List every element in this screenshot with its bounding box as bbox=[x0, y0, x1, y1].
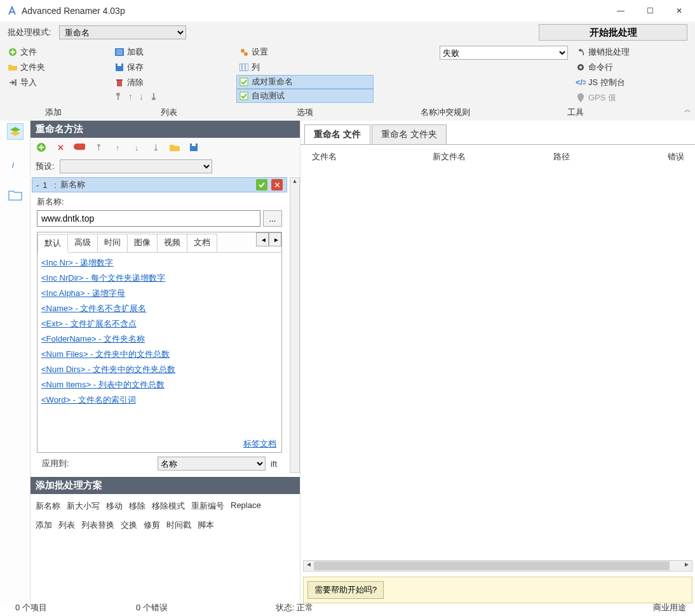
folder-strip-icon[interactable] bbox=[7, 187, 24, 203]
scheme-item[interactable]: 脚本 bbox=[198, 519, 214, 531]
scheme-item[interactable]: 重新编号 bbox=[191, 500, 224, 512]
horizontal-scrollbar[interactable]: ◄► bbox=[303, 560, 692, 572]
layers-icon[interactable] bbox=[7, 123, 24, 140]
arrow-bottom-icon: ⤓ bbox=[150, 91, 158, 102]
method-delete-icon[interactable]: ✕ bbox=[271, 179, 283, 191]
method-save-icon[interactable] bbox=[188, 142, 199, 153]
scheme-item[interactable]: 添加 bbox=[36, 519, 52, 531]
folder-icon bbox=[8, 62, 18, 72]
method-up-icon[interactable]: ↑ bbox=[112, 142, 123, 153]
col-error[interactable]: 错误 bbox=[668, 151, 684, 163]
tag-tab-time[interactable]: 时间 bbox=[97, 234, 128, 252]
app-logo-icon bbox=[6, 5, 18, 17]
method-clear-icon[interactable] bbox=[74, 142, 85, 153]
add-folder-item[interactable]: 文件夹 bbox=[5, 60, 102, 75]
preset-select[interactable] bbox=[60, 159, 212, 173]
load-item[interactable]: 加载 bbox=[112, 44, 226, 60]
arrow-down-icon: ↓ bbox=[139, 91, 144, 102]
method-header[interactable]: - 1 : 新名称 ✕ bbox=[32, 177, 287, 192]
scheme-item[interactable]: 新名称 bbox=[36, 500, 60, 512]
gps-item[interactable]: GPS 值 bbox=[573, 90, 690, 105]
col-newfilename[interactable]: 新文件名 bbox=[433, 151, 553, 163]
fail-action-select[interactable]: 失败 bbox=[440, 46, 568, 60]
scheme-item[interactable]: 交换 bbox=[121, 519, 137, 531]
tag-tab-video[interactable]: 视频 bbox=[157, 234, 187, 252]
col-path[interactable]: 路径 bbox=[553, 151, 668, 163]
tag-link[interactable]: <Name> - 文件名不含扩展名 bbox=[41, 301, 278, 316]
method-down-icon[interactable]: ↓ bbox=[131, 142, 142, 153]
status-bar: 0 个项目 0 个错误 状态: 正常 商业用途 bbox=[0, 601, 695, 615]
save-icon bbox=[114, 62, 125, 72]
location-icon bbox=[576, 93, 586, 103]
tag-tab-default[interactable]: 默认 bbox=[37, 234, 68, 253]
tag-link[interactable]: <Word> - 文件名的索引词 bbox=[41, 392, 278, 408]
list-arrows[interactable]: ⤒↑↓⤓ bbox=[112, 90, 226, 102]
tabs-prev-button[interactable]: ◄ bbox=[256, 232, 269, 246]
scheme-item[interactable]: 新大小写 bbox=[67, 500, 100, 512]
cmdline-item[interactable]: 命令行 bbox=[573, 60, 690, 75]
pair-rename-toggle[interactable]: 成对重命名 bbox=[236, 75, 374, 89]
tag-link[interactable]: <Num Files> - 文件夹中的文件总数 bbox=[41, 347, 278, 362]
collapse-ribbon-icon[interactable]: ︽ bbox=[684, 105, 691, 114]
method-remove-icon[interactable]: ✕ bbox=[55, 142, 66, 153]
batch-mode-select[interactable]: 重命名 bbox=[59, 25, 186, 39]
start-batch-button[interactable]: 开始批处理 bbox=[539, 24, 687, 41]
svg-rect-10 bbox=[240, 78, 248, 86]
tag-tab-image[interactable]: 图像 bbox=[127, 234, 158, 252]
method-folder-icon[interactable] bbox=[169, 142, 180, 153]
scheme-item[interactable]: Replace bbox=[231, 500, 261, 512]
method-toolbar: ✕ ⤒ ↑ ↓ ⤓ bbox=[30, 138, 300, 157]
tag-link[interactable]: <Inc NrDir> - 每个文件夹递增数字 bbox=[41, 271, 278, 286]
scheme-item[interactable]: 时间戳 bbox=[166, 519, 191, 531]
svg-rect-19 bbox=[192, 144, 196, 146]
tag-doc-link[interactable]: 标签文档 bbox=[243, 439, 276, 448]
minimize-button[interactable]: ― bbox=[606, 1, 635, 20]
tag-link[interactable]: <Inc Nr> - 递增数字 bbox=[41, 255, 278, 271]
info-icon[interactable]: i bbox=[7, 155, 24, 171]
apply-label: 应用到: bbox=[42, 458, 69, 469]
method-ok-icon[interactable] bbox=[256, 179, 267, 191]
help-start-button[interactable]: 需要帮助开始吗? bbox=[307, 581, 384, 599]
scheme-item[interactable]: 列表 bbox=[58, 519, 75, 531]
check-icon bbox=[239, 77, 249, 87]
new-name-input[interactable] bbox=[37, 210, 260, 227]
tag-link[interactable]: <Num Items> - 列表中的文件总数 bbox=[41, 377, 278, 392]
undo-batch-item[interactable]: 撤销批处理 bbox=[573, 44, 690, 60]
tag-tab-doc[interactable]: 文档 bbox=[187, 234, 217, 252]
clear-item[interactable]: 清除 bbox=[112, 75, 226, 90]
tab-rename-files[interactable]: 重命名 文件 bbox=[304, 124, 370, 145]
columns-item[interactable]: 列 bbox=[236, 60, 374, 75]
method-scrollbar[interactable]: ▲ bbox=[290, 177, 300, 473]
tag-tab-advanced[interactable]: 高级 bbox=[67, 234, 98, 252]
settings-item[interactable]: 设置 bbox=[236, 44, 374, 60]
import-item[interactable]: 导入 bbox=[5, 75, 102, 90]
tag-link[interactable]: <Inc Alpha> - 递增字母 bbox=[41, 286, 278, 301]
tag-link[interactable]: <Num Dirs> - 文件夹中的文件夹总数 bbox=[41, 362, 278, 377]
tag-link[interactable]: <FolderName> - 文件夹名称 bbox=[41, 331, 278, 347]
add-file-item[interactable]: 文件 bbox=[5, 44, 102, 60]
method-top-icon[interactable]: ⤒ bbox=[93, 142, 104, 153]
svg-text:i: i bbox=[12, 160, 15, 170]
scheme-item[interactable]: 移除 bbox=[129, 500, 145, 512]
scheme-item[interactable]: 修剪 bbox=[144, 519, 160, 531]
method-box: - 1 : 新名称 ✕ 新名称: ... bbox=[32, 177, 287, 473]
close-button[interactable]: ✕ bbox=[665, 1, 694, 20]
js-console-item[interactable]: </> JS 控制台 bbox=[573, 75, 690, 90]
tabs-next-button[interactable]: ► bbox=[269, 232, 281, 246]
tag-link[interactable]: <Ext> - 文件扩展名不含点 bbox=[41, 316, 278, 331]
method-add-icon[interactable] bbox=[36, 142, 47, 153]
scheme-item[interactable]: 移除模式 bbox=[152, 500, 185, 512]
maximize-button[interactable]: ☐ bbox=[635, 1, 665, 20]
tab-rename-folders[interactable]: 重命名 文件夹 bbox=[372, 124, 447, 145]
save-item[interactable]: 保存 bbox=[112, 60, 226, 75]
svg-rect-4 bbox=[118, 64, 121, 66]
new-name-browse-button[interactable]: ... bbox=[263, 210, 282, 227]
apply-select[interactable]: 名称 bbox=[158, 457, 266, 471]
col-filename[interactable]: 文件名 bbox=[312, 151, 433, 163]
trash-icon bbox=[114, 77, 125, 88]
autotest-toggle[interactable]: 自动测试 bbox=[236, 89, 374, 103]
scheme-item[interactable]: 列表替换 bbox=[81, 519, 114, 531]
scheme-item[interactable]: 移动 bbox=[106, 500, 123, 512]
method-bottom-icon[interactable]: ⤓ bbox=[150, 142, 161, 153]
preset-row: 预设: bbox=[30, 157, 300, 176]
